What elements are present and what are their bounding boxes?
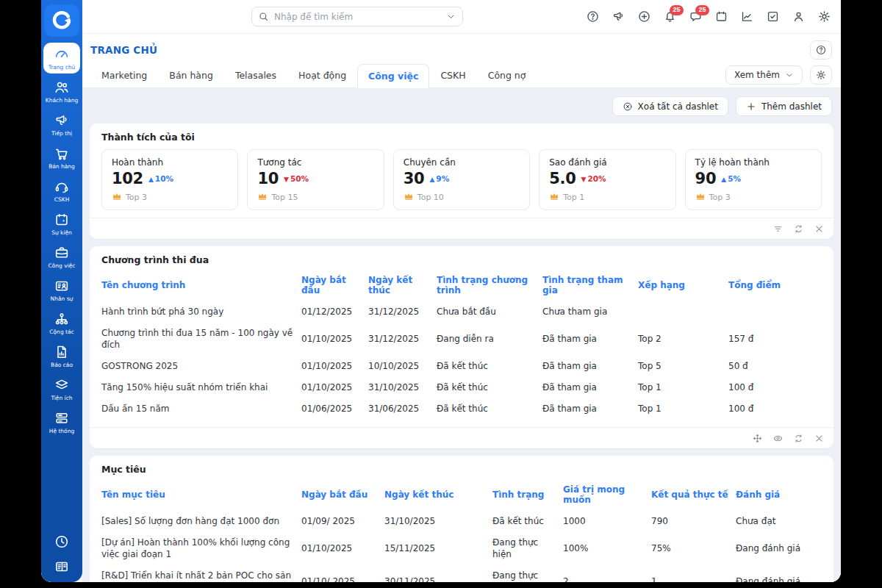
- column-header[interactable]: Tên mục tiêu: [101, 484, 301, 505]
- table-cell: 01/10/2025: [301, 377, 368, 398]
- column-header[interactable]: Tình trạng chương trình: [437, 270, 542, 301]
- sidebar-item-cong-tac[interactable]: Cộng tác: [43, 307, 80, 338]
- page-help-button[interactable]: [810, 40, 832, 60]
- settings-button[interactable]: [817, 10, 832, 24]
- topbar: 2525: [82, 0, 841, 34]
- add-dashlet-button[interactable]: Thêm dashlet: [736, 96, 832, 116]
- sidebar-item-he-thong[interactable]: Hệ thống: [43, 406, 80, 437]
- metric-card[interactable]: Hoàn thành 102 ▲10% Top 3: [101, 149, 238, 210]
- sidebar-item-ban-hang[interactable]: Bán hàng: [43, 142, 80, 173]
- metric-card[interactable]: Tỷ lệ hoàn thành 90 ▲5% Top 3: [685, 149, 822, 210]
- profile-button[interactable]: [792, 10, 806, 24]
- table-cell: 01/12/2025: [301, 301, 368, 322]
- column-header[interactable]: Ngày kết thúc: [384, 484, 492, 505]
- see-more-label: Xem thêm: [734, 70, 780, 80]
- tab-7[interactable]: Công nợ: [477, 63, 537, 87]
- column-header[interactable]: Ngày bắt đầu: [301, 484, 384, 505]
- help-icon: [586, 10, 600, 24]
- recent-button[interactable]: [54, 534, 70, 550]
- column-header[interactable]: Đánh giá: [736, 484, 822, 505]
- tasks-button[interactable]: [766, 10, 781, 24]
- sidebar-item-nhan-su[interactable]: Nhân sự: [43, 274, 80, 305]
- global-search[interactable]: [251, 7, 463, 26]
- sidebar-item-cskh[interactable]: CSKH: [43, 175, 80, 206]
- dashboard-settings-button[interactable]: [810, 65, 832, 85]
- filter-icon[interactable]: [772, 223, 784, 234]
- table-row[interactable]: [R&D] Triển khai ít nhất 2 bản POC cho s…: [101, 565, 822, 582]
- tab-1[interactable]: Marketing: [90, 63, 158, 87]
- table-cell: Đã tham gia: [542, 356, 638, 377]
- messages-button[interactable]: 25: [689, 10, 703, 24]
- eye-icon[interactable]: [772, 433, 784, 444]
- news-button[interactable]: [54, 559, 70, 575]
- sidebar-item-khach-hang[interactable]: Khách hàng: [43, 76, 80, 107]
- quick-add-button[interactable]: [637, 10, 652, 24]
- clear-dashlets-button[interactable]: Xoá tất cả dashlet: [612, 96, 728, 116]
- table-row[interactable]: [Sales] Số lượng đơn hàng đạt 1000 đơn01…: [101, 510, 822, 531]
- table-cell: Top 5: [638, 356, 728, 377]
- table-cell: [638, 306, 728, 316]
- table-cell: 31/10/2025: [384, 510, 492, 531]
- metric-card[interactable]: Tương tác 10 ▼50% Top 15: [247, 149, 384, 210]
- column-header[interactable]: Kết quả thực tế: [651, 484, 736, 505]
- sidebar-item-trang-chu[interactable]: Trang chủ: [43, 43, 80, 74]
- table-cell: Đang đánh giá: [736, 537, 822, 559]
- column-header[interactable]: Tên chương trình: [101, 275, 301, 295]
- column-header[interactable]: Ngày bắt đầu: [301, 270, 368, 301]
- sidebar-item-su-kien[interactable]: Sự kiện: [43, 208, 80, 239]
- move-icon[interactable]: [752, 433, 763, 444]
- table-cell: Đã tham gia: [542, 398, 638, 420]
- table-cell: 31/12/2025: [368, 301, 437, 322]
- announcement-button[interactable]: [612, 10, 626, 24]
- table-cell: 01/10/2025: [301, 328, 368, 349]
- table-row[interactable]: [Dự án] Hoàn thành 100% khối lượng công …: [101, 531, 822, 564]
- sidebar-item-tiep-thi[interactable]: Tiếp thị: [43, 109, 80, 140]
- table-row[interactable]: GOSTRONG 202501/10/202510/10/2025Đã kết …: [101, 356, 822, 377]
- tab-2[interactable]: Bán hàng: [158, 63, 224, 87]
- app-logo[interactable]: [44, 4, 79, 37]
- column-header[interactable]: Tổng điểm: [728, 275, 822, 295]
- metric-card[interactable]: Sao đánh giá 5.0 ▼20% Top 1: [539, 149, 675, 210]
- close-icon[interactable]: [814, 223, 825, 234]
- see-more-button[interactable]: Xem thêm: [725, 65, 803, 85]
- tab-5[interactable]: Công việc: [357, 64, 429, 88]
- getfly-logo-icon: [51, 10, 73, 32]
- reports-button[interactable]: [740, 10, 755, 24]
- calendar-button[interactable]: [714, 10, 729, 24]
- notifications-button[interactable]: 25: [663, 10, 678, 24]
- close-icon[interactable]: [814, 433, 825, 444]
- table-row[interactable]: Hành trình bứt phá 30 ngày01/12/202531/1…: [101, 301, 822, 322]
- dashboard-content: Xoá tất cả dashlet Thêm dashlet Thành tí…: [82, 88, 841, 582]
- sidebar-item-cong-viec[interactable]: Công việc: [43, 241, 80, 272]
- column-header[interactable]: Xếp hạng: [638, 275, 728, 295]
- table-row[interactable]: Tăng 150% hiệu suất nhóm triển khai01/10…: [101, 377, 822, 398]
- sidebar-item-bao-cao[interactable]: Báo cáo: [43, 340, 80, 371]
- column-header[interactable]: Tình trạng tham gia: [542, 270, 638, 301]
- triangle-up-icon: ▲: [721, 176, 726, 183]
- metric-card[interactable]: Chuyên cần 30 ▲9% Top 10: [393, 149, 530, 210]
- chevron-down-icon[interactable]: [445, 12, 456, 21]
- refresh-icon[interactable]: [793, 433, 804, 444]
- column-header[interactable]: Giá trị mong muốn: [563, 479, 651, 510]
- column-header[interactable]: Tình trạng: [492, 484, 563, 505]
- table-cell: Đang thực hiện: [492, 531, 563, 564]
- tab-4[interactable]: Hoạt động: [287, 63, 357, 87]
- dashlet-achievements: Thành tích của tôi Hoàn thành 102 ▲10% T…: [90, 123, 833, 239]
- search-input[interactable]: [269, 12, 445, 22]
- table-row[interactable]: Chương trình thi đua 15 năm - 100 ngày v…: [101, 322, 822, 355]
- tab-3[interactable]: Telasales: [224, 63, 287, 87]
- refresh-icon[interactable]: [793, 223, 804, 234]
- table-cell: [R&D] Triển khai ít nhất 2 bản POC cho s…: [101, 565, 301, 582]
- table-cell: Đã kết thúc: [437, 377, 542, 398]
- goals-table: Tên mục tiêuNgày bắt đầuNgày kết thúcTìn…: [101, 479, 822, 582]
- sidebar-item-label: Trang chủ: [49, 64, 76, 71]
- metric-rank: Top 3: [126, 193, 147, 202]
- table-cell: [Dự án] Hoàn thành 100% khối lượng công …: [101, 531, 301, 564]
- tab-6[interactable]: CSKH: [429, 63, 476, 87]
- sidebar-item-label: Sự kiện: [51, 229, 72, 236]
- sidebar-item-tien-ich[interactable]: Tiện ích: [43, 373, 80, 404]
- table-row[interactable]: Dấu ấn 15 năm01/06/202531/06/2025Đã kết …: [101, 398, 822, 420]
- column-header[interactable]: Ngày kết thúc: [368, 270, 437, 301]
- sidebar-item-label: Báo cáo: [51, 362, 73, 368]
- help-button[interactable]: [586, 10, 600, 24]
